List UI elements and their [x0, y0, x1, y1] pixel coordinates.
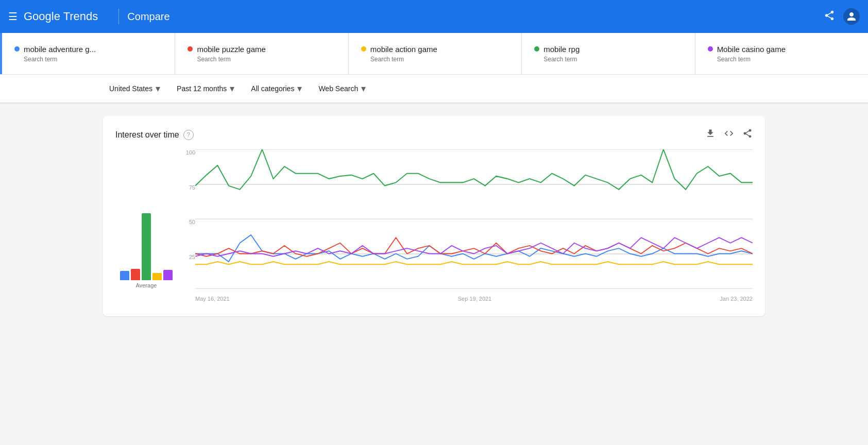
chart-container: Average 100 75 50 25: [115, 149, 753, 304]
region-filter-label: United States: [109, 84, 152, 93]
x-label-jan: Jan 23, 2022: [720, 296, 753, 302]
share-card-icon[interactable]: [742, 128, 753, 141]
search-term-label-4: Search term: [543, 56, 682, 63]
time-filter-button[interactable]: Past 12 months ▾: [171, 79, 241, 98]
card-actions: [705, 128, 753, 141]
term3-dot: [361, 46, 366, 52]
term2-dot: [188, 46, 193, 52]
search-type-filter-label: Web Search: [318, 84, 358, 93]
term1-dot: [14, 46, 20, 52]
share-icon[interactable]: [824, 10, 835, 24]
line-mobile-action: [195, 262, 753, 264]
search-type-chevron-icon: ▾: [361, 83, 366, 94]
category-filter-button[interactable]: All categories ▾: [245, 79, 308, 98]
header: ☰ Google Trends Compare: [0, 0, 868, 33]
card-title: Interest over time ?: [115, 130, 194, 140]
category-chevron-icon: ▾: [297, 83, 302, 94]
y-axis-labels: 100 75 50 25: [177, 149, 195, 288]
search-term-item-2[interactable]: mobile puzzle game Search term: [175, 33, 348, 74]
compare-label: Compare: [127, 11, 169, 23]
line-chart-area: 100 75 50 25: [177, 149, 753, 304]
account-avatar[interactable]: [843, 8, 860, 25]
bar-term4: [142, 213, 151, 280]
bar-term5: [163, 270, 173, 280]
search-term-name-3: mobile action game: [361, 45, 509, 54]
term5-dot: [708, 46, 713, 52]
menu-icon[interactable]: ☰: [8, 10, 18, 23]
header-divider: [118, 9, 119, 24]
search-term-item-1[interactable]: mobile adventure g... Search term: [0, 33, 175, 74]
average-bar-chart: Average: [115, 149, 177, 304]
embed-icon[interactable]: [724, 128, 734, 141]
time-chevron-icon: ▾: [230, 83, 234, 94]
x-axis-labels: May 16, 2021 Sep 19, 2021 Jan 23, 2022: [195, 294, 753, 304]
region-chevron-icon: ▾: [156, 83, 160, 94]
search-terms-bar: mobile adventure g... Search term mobile…: [0, 33, 868, 75]
search-term-item-4[interactable]: mobile rpg Search term: [522, 33, 695, 74]
search-term-name-1: mobile adventure g...: [14, 45, 162, 54]
term4-dot: [534, 46, 539, 52]
filters-bar: United States ▾ Past 12 months ▾ All cat…: [0, 75, 868, 104]
card-header: Interest over time ?: [115, 128, 753, 141]
bar-term2: [131, 269, 140, 280]
search-type-filter-button[interactable]: Web Search ▾: [312, 79, 372, 98]
region-filter-button[interactable]: United States ▾: [103, 79, 166, 98]
x-label-may: May 16, 2021: [195, 296, 230, 302]
search-term-label-3: Search term: [370, 56, 509, 63]
bar-term3: [152, 273, 162, 280]
grid-line-0: [195, 288, 753, 289]
bar-chart-bars: [120, 177, 173, 280]
search-term-label-5: Search term: [717, 56, 856, 63]
line-mobile-rpg: [195, 149, 753, 190]
y-label-50: 50: [177, 219, 195, 225]
download-icon[interactable]: [705, 128, 716, 141]
x-label-sep: Sep 19, 2021: [458, 296, 491, 302]
card-title-text: Interest over time: [115, 130, 179, 140]
bar-term1: [120, 271, 129, 280]
interest-over-time-card: Interest over time ?: [103, 116, 765, 316]
search-term-name-2: mobile puzzle game: [188, 45, 335, 54]
svg-line-chart: [195, 149, 753, 288]
y-label-75: 75: [177, 184, 195, 191]
header-actions: [824, 8, 860, 25]
search-term-label-2: Search term: [197, 56, 335, 63]
category-filter-label: All categories: [251, 84, 294, 93]
search-term-item-3[interactable]: mobile action game Search term: [349, 33, 522, 74]
time-filter-label: Past 12 months: [177, 84, 227, 93]
main-content: Interest over time ?: [0, 104, 868, 329]
search-term-name-5: Mobile casino game: [708, 45, 856, 54]
logo: Google Trends: [24, 10, 98, 23]
search-term-label-1: Search term: [24, 56, 162, 63]
help-icon[interactable]: ?: [183, 130, 194, 140]
y-label-25: 25: [177, 254, 195, 260]
search-term-item-5[interactable]: Mobile casino game Search term: [695, 33, 868, 74]
average-label: Average: [136, 282, 157, 288]
search-term-name-4: mobile rpg: [534, 45, 682, 54]
y-label-100: 100: [177, 149, 195, 156]
